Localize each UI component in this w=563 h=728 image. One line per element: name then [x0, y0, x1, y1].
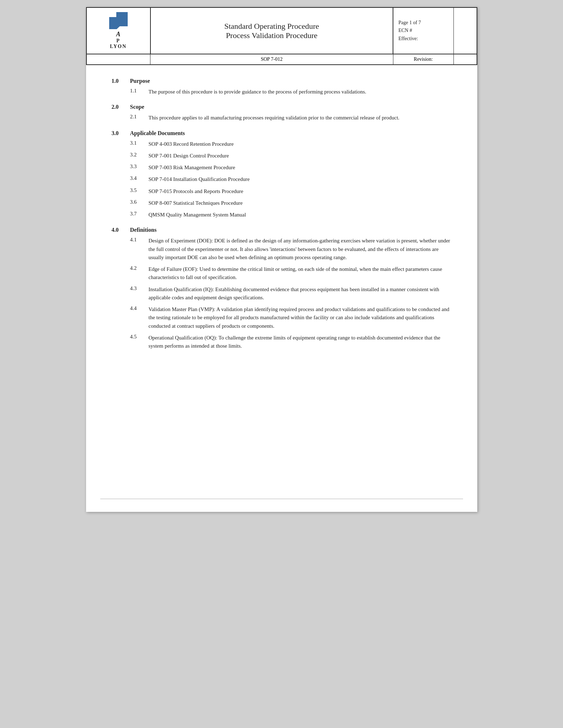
subsection-3-7-text: QMSM Quality Management System Manual [149, 211, 246, 219]
subsection-3-7: 3.7 QMSM Quality Management System Manua… [112, 211, 452, 219]
subsection-3-6: 3.6 SOP 8-007 Statistical Techniques Pro… [112, 199, 452, 207]
subsection-3-5-text: SOP 7-015 Protocols and Reports Procedur… [149, 187, 244, 196]
section-1: 1.0 Purpose 1.1 The purpose of this proc… [112, 78, 452, 96]
subsection-4-2: 4.2 Edge of Failure (EOF): Used to deter… [112, 265, 452, 282]
subsection-3-4-num: 3.4 [130, 175, 149, 181]
section-4-heading: 4.0 Definitions [112, 227, 452, 233]
header-ecn: ECN # [398, 27, 448, 34]
subsection-4-3-num: 4.3 [130, 285, 149, 291]
subsection-4-4-num: 4.4 [130, 305, 149, 311]
subsection-4-5-text: Operational Qualification (OQ): To chall… [149, 334, 452, 350]
section-1-heading: 1.0 Purpose [112, 78, 452, 84]
section-3-title: Applicable Documents [130, 130, 185, 136]
subsection-4-3: 4.3 Installation Qualification (IQ): Est… [112, 285, 452, 302]
section-4-title: Definitions [130, 227, 157, 233]
logo-text: APLYON [110, 31, 127, 49]
subsection-4-1: 4.1 Design of Experiment (DOE): DOE is d… [112, 237, 452, 262]
subsection-4-2-text: Edge of Failure (EOF): Used to determine… [149, 265, 452, 282]
header-info-cell: Page 1 of 7 ECN # Effective: [393, 7, 453, 54]
subsection-4-1-num: 4.1 [130, 237, 149, 243]
subsection-4-1-text: Design of Experiment (DOE): DOE is defin… [149, 237, 452, 262]
subsection-4-5: 4.5 Operational Qualification (OQ): To c… [112, 334, 452, 350]
header-title-sub: Process Validation Procedure [158, 31, 386, 40]
subsection-3-3: 3.3 SOP 7-003 Risk Management Procedure [112, 164, 452, 172]
document-header: APLYON Standard Operating Procedure Proc… [86, 7, 477, 65]
logo-cell: APLYON [86, 7, 150, 54]
section-3: 3.0 Applicable Documents 3.1 SOP 4-003 R… [112, 130, 452, 219]
document-page: APLYON Standard Operating Procedure Proc… [86, 7, 477, 512]
subsection-1-1-num: 1.1 [130, 88, 149, 94]
subsection-3-7-num: 3.7 [130, 211, 149, 217]
section-4-num: 4.0 [112, 227, 130, 233]
subsection-4-4: 4.4 Validation Master Plan (VMP): A vali… [112, 305, 452, 330]
header-effective: Effective: [398, 35, 448, 43]
section-3-num: 3.0 [112, 130, 130, 136]
subsection-2-1-num: 2.1 [130, 114, 149, 120]
subsection-3-5: 3.5 SOP 7-015 Protocols and Reports Proc… [112, 187, 452, 196]
subsection-3-4: 3.4 SOP 7-014 Installation Qualification… [112, 175, 452, 183]
section-2-num: 2.0 [112, 104, 130, 110]
logo-square-front [109, 17, 122, 29]
subsection-3-3-num: 3.3 [130, 164, 149, 170]
subsection-3-6-text: SOP 8-007 Statistical Techniques Procedu… [149, 199, 243, 207]
subsection-4-2-num: 4.2 [130, 265, 149, 271]
logo-icon [109, 12, 128, 29]
header-bottom-empty2 [453, 54, 477, 65]
logo-container: APLYON [92, 12, 144, 49]
footer-line [100, 499, 463, 499]
subsection-2-1-text: This procedure applies to all manufactur… [149, 114, 400, 122]
document-content: 1.0 Purpose 1.1 The purpose of this proc… [86, 65, 477, 379]
subsection-4-3-text: Installation Qualification (IQ): Establi… [149, 285, 452, 302]
subsection-3-3-text: SOP 7-003 Risk Management Procedure [149, 164, 235, 172]
header-revision: Revision: [393, 54, 453, 65]
subsection-2-1: 2.1 This procedure applies to all manufa… [112, 114, 452, 122]
subsection-3-2: 3.2 SOP 7-001 Design Control Procedure [112, 152, 452, 160]
subsection-3-1: 3.1 SOP 4-003 Record Retention Procedure [112, 140, 452, 148]
section-4: 4.0 Definitions 4.1 Design of Experiment… [112, 227, 452, 350]
section-3-heading: 3.0 Applicable Documents [112, 130, 452, 136]
header-page-info: Page 1 of 7 [398, 19, 448, 27]
subsection-3-1-num: 3.1 [130, 140, 149, 146]
subsection-3-2-text: SOP 7-001 Design Control Procedure [149, 152, 229, 160]
section-1-num: 1.0 [112, 78, 130, 84]
header-sop-number: SOP 7-012 [150, 54, 393, 65]
subsection-3-6-num: 3.6 [130, 199, 149, 205]
subsection-3-1-text: SOP 4-003 Record Retention Procedure [149, 140, 234, 148]
subsection-3-2-num: 3.2 [130, 152, 149, 158]
section-2-heading: 2.0 Scope [112, 104, 452, 110]
section-2: 2.0 Scope 2.1 This procedure applies to … [112, 104, 452, 122]
subsection-4-5-num: 4.5 [130, 334, 149, 340]
header-title-main: Standard Operating Procedure [158, 22, 386, 31]
header-title-cell: Standard Operating Procedure Process Val… [150, 7, 393, 54]
subsection-1-1: 1.1 The purpose of this procedure is to … [112, 88, 452, 96]
subsection-3-4-text: SOP 7-014 Installation Qualification Pro… [149, 175, 250, 183]
subsection-1-1-text: The purpose of this procedure is to prov… [149, 88, 366, 96]
header-bottom-empty [86, 54, 150, 65]
subsection-3-5-num: 3.5 [130, 187, 149, 193]
section-1-title: Purpose [130, 78, 150, 84]
subsection-4-4-text: Validation Master Plan (VMP): A validati… [149, 305, 452, 330]
section-2-title: Scope [130, 104, 144, 110]
